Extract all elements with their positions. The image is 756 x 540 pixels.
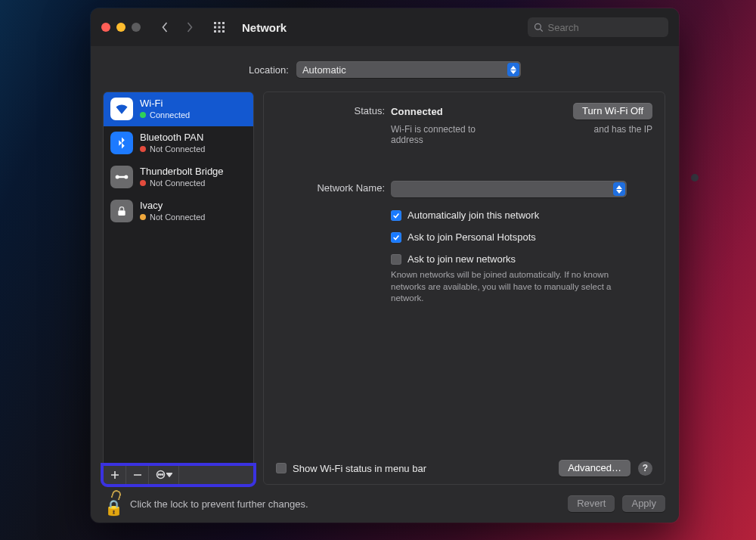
service-status: Not Connected [150,213,205,222]
service-item-ivacy[interactable]: Ivacy Not Connected [104,194,253,228]
apply-button[interactable]: Apply [622,495,665,512]
window-title: Network [242,21,287,34]
svg-rect-7 [218,30,221,33]
svg-point-16 [160,474,160,475]
options-group: Automatically join this network Ask to j… [391,209,652,265]
status-dot-icon [140,112,146,118]
service-item-thunderbolt-bridge[interactable]: Thunderbolt Bridge Not Connected [104,160,253,194]
remove-service-button[interactable] [126,465,149,484]
checkbox-hotspots[interactable]: Ask to join Personal Hotspots [391,231,652,243]
titlebar: Network [91,8,679,46]
lock-button[interactable]: 🔒 [104,491,122,517]
help-button[interactable]: ? [638,461,652,476]
network-name-label: Network Name: [276,180,385,194]
checkbox-new-networks[interactable]: Ask to join new networks [391,253,652,265]
zoom-window-button[interactable] [132,23,141,32]
minimize-window-button[interactable] [116,23,125,32]
service-name: Wi-Fi [140,98,190,109]
svg-point-15 [158,474,159,475]
window-footer: 🔒 Click the lock to prevent further chan… [91,485,679,523]
forward-button[interactable] [180,17,198,38]
checkbox-icon [391,254,401,265]
checkbox-icon [391,210,401,221]
svg-rect-3 [214,26,216,29]
desktop-artifact-dot [691,174,699,182]
status-description: Wi-Fi is connected to and has the IP [391,124,652,135]
search-field[interactable] [528,17,668,37]
service-name: Bluetooth PAN [140,132,205,143]
service-name: Thunderbolt Bridge [140,166,224,177]
checkbox-label: Show Wi-Fi status in menu bar [293,463,426,474]
padlock-icon: 🔒 [104,498,123,517]
status-dot-icon [140,180,146,186]
status-dot-icon [140,214,146,220]
checkbox-label: Automatically join this network [407,209,539,221]
close-window-button[interactable] [101,23,110,32]
toggle-wifi-button[interactable]: Turn Wi-Fi Off [573,103,652,119]
svg-rect-1 [218,22,221,24]
details-panel: Status: Connected Turn Wi-Fi Off Wi-Fi i… [263,92,665,485]
status-label: Status: [276,103,385,116]
service-name: Ivacy [140,200,205,211]
service-status: Connected [150,110,190,119]
svg-point-17 [162,474,163,475]
lock-icon [110,200,133,222]
advanced-button[interactable]: Advanced… [559,460,631,476]
checkbox-icon [276,463,287,473]
preferences-window: Network Location: Automatic [91,8,679,523]
location-label: Location: [249,64,289,76]
status-value: Connected [391,106,443,117]
service-item-bluetooth-pan[interactable]: Bluetooth PAN Not Connected [104,126,253,160]
svg-rect-8 [222,30,225,33]
svg-rect-12 [117,176,126,178]
status-row: Status: Connected Turn Wi-Fi Off Wi-Fi i… [276,103,652,145]
lock-description: Click the lock to prevent further change… [130,498,308,510]
services-list: Wi-Fi Connected Bluetooth PAN Not Connec… [103,92,254,465]
network-name-row: Network Name: [276,180,652,197]
checkbox-label: Ask to join new networks [407,253,516,265]
new-networks-hint: Known networks will be joined automatica… [391,269,633,305]
checkbox-menubar[interactable]: Show Wi-Fi status in menu bar [276,463,426,474]
checkbox-label: Ask to join Personal Hotspots [407,231,536,243]
checkbox-auto-join[interactable]: Automatically join this network [391,209,652,221]
location-select[interactable]: Automatic [296,61,521,78]
service-item-wifi[interactable]: Wi-Fi Connected [104,92,253,126]
svg-point-9 [535,23,541,29]
location-value: Automatic [302,64,507,76]
add-service-button[interactable] [104,465,126,484]
services-list-footer [103,465,254,485]
search-icon [534,22,543,33]
service-actions-menu[interactable] [149,465,179,484]
status-dot-icon [140,146,146,152]
show-all-icon[interactable] [210,17,228,38]
details-footer: Show Wi-Fi status in menu bar Advanced… … [276,452,652,476]
bluetooth-icon [110,132,133,154]
content-area: Wi-Fi Connected Bluetooth PAN Not Connec… [91,92,679,485]
thunderbolt-bridge-icon [110,166,133,188]
location-row: Location: Automatic [91,46,679,92]
svg-rect-0 [214,22,216,24]
svg-rect-13 [118,210,125,216]
svg-rect-2 [222,22,225,24]
service-status: Not Connected [150,144,205,154]
svg-rect-4 [218,26,221,29]
network-name-select[interactable] [391,181,627,197]
svg-rect-5 [222,26,225,29]
select-stepper-icon [613,182,625,196]
select-stepper-icon [507,63,519,76]
search-input[interactable] [547,22,662,33]
service-status: Not Connected [150,178,205,188]
services-sidebar: Wi-Fi Connected Bluetooth PAN Not Connec… [103,92,254,485]
wifi-icon [110,98,133,120]
checkbox-icon [391,232,401,243]
window-controls [101,23,141,32]
revert-button[interactable]: Revert [568,495,615,512]
back-button[interactable] [156,17,174,38]
svg-rect-6 [214,30,216,33]
